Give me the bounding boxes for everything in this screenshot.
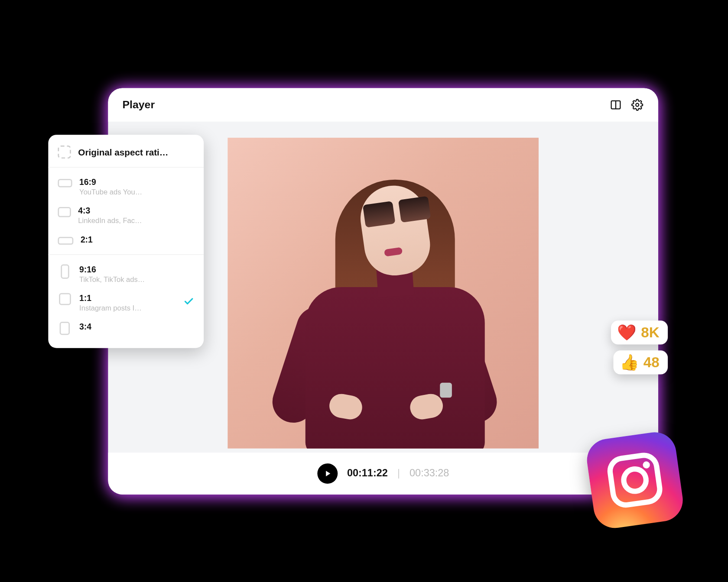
time-total: 00:33:28 — [410, 468, 449, 480]
play-button[interactable] — [317, 463, 338, 484]
heart-icon: ❤️ — [617, 325, 636, 340]
video-content-illustration — [228, 138, 539, 449]
ratio-swatch-icon — [58, 207, 71, 217]
aspect-ratio-original-label: Original aspect rati… — [78, 147, 168, 157]
player-title: Player — [122, 99, 155, 111]
aspect-ratio-original[interactable]: Original aspect rati… — [48, 142, 204, 168]
ratio-sub: Instagram posts I… — [79, 304, 169, 312]
ratio-swatch-icon — [58, 179, 72, 187]
aspect-ratio-item-2-1[interactable]: 2:1 — [48, 230, 204, 250]
ratio-sub: YouTube ads You… — [79, 188, 169, 196]
aspect-ratio-item-3-4[interactable]: 3:4 — [48, 317, 204, 340]
reaction-thumbs-chip[interactable]: 👍 48 — [614, 350, 668, 374]
ratio-label: 3:4 — [79, 322, 194, 331]
ratio-label: 4:3 — [78, 206, 194, 215]
gear-icon[interactable] — [630, 98, 644, 111]
video-preview[interactable] — [228, 138, 539, 449]
aspect-ratio-group-landscape: 16:9 YouTube ads You… 4:3 LinkedIn ads, … — [48, 168, 204, 254]
dashed-square-icon — [58, 146, 71, 158]
layout-columns-icon[interactable] — [609, 98, 622, 111]
instagram-icon — [602, 447, 668, 513]
instagram-badge — [584, 430, 686, 531]
svg-point-2 — [636, 103, 639, 107]
ratio-label: 16:9 — [79, 177, 194, 187]
ratio-sub: LinkedIn ads, Fac… — [78, 217, 168, 225]
aspect-ratio-item-16-9[interactable]: 16:9 YouTube ads You… — [48, 172, 204, 201]
thumbs-up-icon: 👍 — [620, 355, 639, 370]
time-current: 00:11:22 — [347, 468, 388, 480]
ratio-swatch-icon — [61, 265, 69, 279]
ratio-swatch-icon — [60, 322, 70, 335]
check-icon — [183, 296, 194, 309]
reaction-heart-chip[interactable]: ❤️ 8K — [611, 320, 668, 344]
ratio-label: 1:1 — [79, 293, 194, 303]
svg-point-4 — [622, 468, 647, 493]
aspect-ratio-item-1-1[interactable]: 1:1 Instagram posts I… — [48, 288, 204, 317]
aspect-ratio-panel: Original aspect rati… 16:9 YouTube ads Y… — [48, 135, 204, 348]
ratio-label: 2:1 — [81, 235, 194, 244]
ratio-swatch-icon — [58, 237, 73, 245]
aspect-ratio-group-portrait: 9:16 TikTok, TikTok ads… 1:1 Instagram p… — [48, 254, 204, 344]
svg-point-5 — [642, 461, 650, 469]
reaction-chips: ❤️ 8K 👍 48 — [611, 320, 668, 374]
aspect-ratio-item-4-3[interactable]: 4:3 LinkedIn ads, Fac… — [48, 201, 204, 230]
header-actions — [609, 98, 644, 111]
ratio-swatch-icon — [59, 293, 71, 305]
svg-rect-3 — [608, 454, 661, 507]
player-footer: 00:11:22 | 00:33:28 — [108, 453, 658, 495]
ratio-label: 9:16 — [79, 265, 194, 274]
ratio-sub: TikTok, TikTok ads… — [79, 275, 169, 283]
thumbs-count: 48 — [644, 354, 660, 371]
time-separator: | — [397, 468, 400, 480]
aspect-ratio-item-9-16[interactable]: 9:16 TikTok, TikTok ads… — [48, 260, 204, 288]
player-header: Player — [108, 88, 658, 121]
heart-count: 8K — [641, 324, 659, 341]
